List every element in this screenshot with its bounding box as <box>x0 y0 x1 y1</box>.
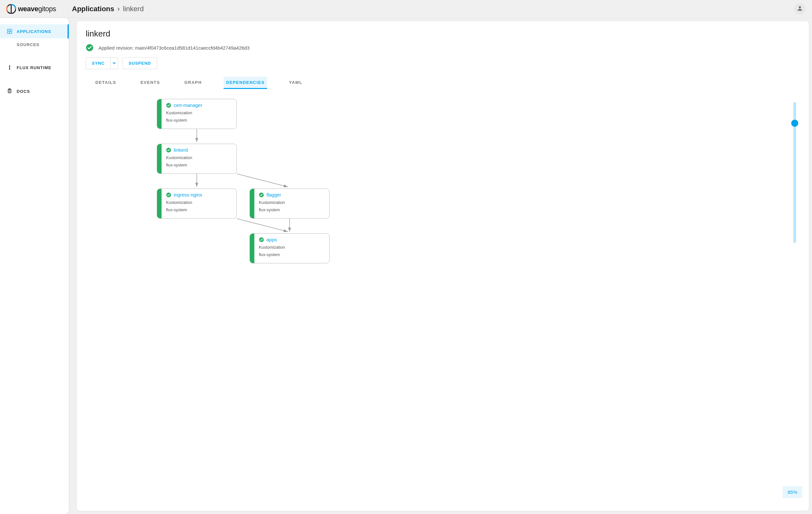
sidebar-item-label: SOURCES <box>17 42 39 47</box>
tab-events[interactable]: EVENTS <box>138 77 163 89</box>
svg-point-1 <box>799 6 801 8</box>
node-title: cert-manager <box>174 103 202 108</box>
dependency-graph-canvas[interactable]: cert-manager Kustomization flux-system <box>77 89 809 511</box>
node-kind: Kustomization <box>166 155 192 160</box>
node-namespace: flux-system <box>259 252 285 257</box>
breadcrumb: Applications › linkerd <box>72 5 144 13</box>
breadcrumb-root[interactable]: Applications <box>72 5 114 13</box>
zoom-slider-thumb[interactable] <box>791 120 798 127</box>
suspend-button[interactable]: SUSPEND <box>122 57 157 69</box>
node-namespace: flux-system <box>166 118 202 122</box>
node-title: apps <box>266 237 277 242</box>
check-icon <box>259 237 264 242</box>
node-flagger[interactable]: flagger Kustomization flux-system <box>250 189 329 219</box>
node-status-stripe <box>157 99 162 128</box>
svg-rect-2 <box>7 29 12 34</box>
tab-dependencies[interactable]: DEPENDENCIES <box>224 77 267 89</box>
user-icon <box>796 5 803 12</box>
brand-text-1: weave <box>18 5 38 13</box>
status-text: Applied revision: main/4f0473c6cea1d581d… <box>98 45 250 51</box>
tabs: DETAILS EVENTS GRAPH DEPENDENCIES YAML <box>77 72 809 89</box>
svg-line-12 <box>237 174 288 187</box>
svg-point-3 <box>9 30 10 32</box>
node-status-stripe <box>157 189 162 218</box>
check-icon <box>166 192 171 197</box>
sidebar-item-applications[interactable]: APPLICATIONS <box>0 24 69 38</box>
brand-text-2: gitops <box>38 5 56 13</box>
sidebar-item-docs[interactable]: DOCS <box>0 84 69 98</box>
zoom-slider-track[interactable] <box>793 102 796 243</box>
node-kind: Kustomization <box>259 245 285 250</box>
zoom-value-badge: 85% <box>783 486 803 498</box>
node-status-stripe <box>157 144 162 173</box>
check-icon <box>86 44 93 52</box>
tab-yaml[interactable]: YAML <box>286 77 305 89</box>
node-linkerd[interactable]: linkerd Kustomization flux-system <box>157 144 237 174</box>
check-icon <box>259 192 264 197</box>
node-kind: Kustomization <box>166 110 202 115</box>
sidebar: APPLICATIONS SOURCES FLUX RUNTIME <box>0 18 69 514</box>
node-namespace: flux-system <box>259 207 285 212</box>
flux-icon <box>6 64 13 71</box>
node-apps[interactable]: apps Kustomization flux-system <box>250 233 329 263</box>
page-title: linkerd <box>86 29 800 39</box>
node-kind: Kustomization <box>259 200 285 205</box>
sidebar-item-flux-runtime[interactable]: FLUX RUNTIME <box>0 60 69 75</box>
sync-button[interactable]: SYNC <box>86 57 110 69</box>
svg-rect-6 <box>9 89 10 90</box>
main-panel: linkerd Applied revision: main/4f0473c6c… <box>69 18 812 514</box>
apps-icon <box>6 28 13 34</box>
sidebar-item-label: APPLICATIONS <box>17 29 51 34</box>
node-namespace: flux-system <box>166 207 202 212</box>
chevron-right-icon: › <box>117 5 120 13</box>
topbar: weavegitops Applications › linkerd <box>0 0 812 18</box>
node-ingress-nginx[interactable]: ingress-nginx Kustomization flux-system <box>157 189 237 219</box>
sidebar-item-sources[interactable]: SOURCES <box>0 38 69 51</box>
breadcrumb-leaf: linkerd <box>123 5 144 13</box>
logo[interactable]: weavegitops <box>6 4 72 14</box>
chevron-down-icon <box>113 61 116 66</box>
sync-dropdown-button[interactable] <box>110 57 118 69</box>
node-namespace: flux-system <box>166 163 192 167</box>
user-menu-button[interactable] <box>794 3 806 15</box>
node-status-stripe <box>250 234 254 263</box>
sync-button-group: SYNC <box>86 57 118 69</box>
node-kind: Kustomization <box>166 200 202 205</box>
node-status-stripe <box>250 189 254 218</box>
node-title: flagger <box>266 192 281 197</box>
check-icon <box>166 103 171 108</box>
check-icon <box>166 147 171 153</box>
node-title: ingress-nginx <box>174 192 202 197</box>
svg-line-13 <box>237 219 288 232</box>
tab-details[interactable]: DETAILS <box>93 77 119 89</box>
svg-rect-4 <box>9 66 10 68</box>
logo-mark-icon <box>6 4 16 14</box>
node-title: linkerd <box>174 147 188 153</box>
tab-graph[interactable]: GRAPH <box>182 77 204 89</box>
docs-icon <box>6 88 13 94</box>
node-cert-manager[interactable]: cert-manager Kustomization flux-system <box>157 99 237 129</box>
sidebar-item-label: DOCS <box>17 89 30 94</box>
sidebar-item-label: FLUX RUNTIME <box>17 65 52 70</box>
